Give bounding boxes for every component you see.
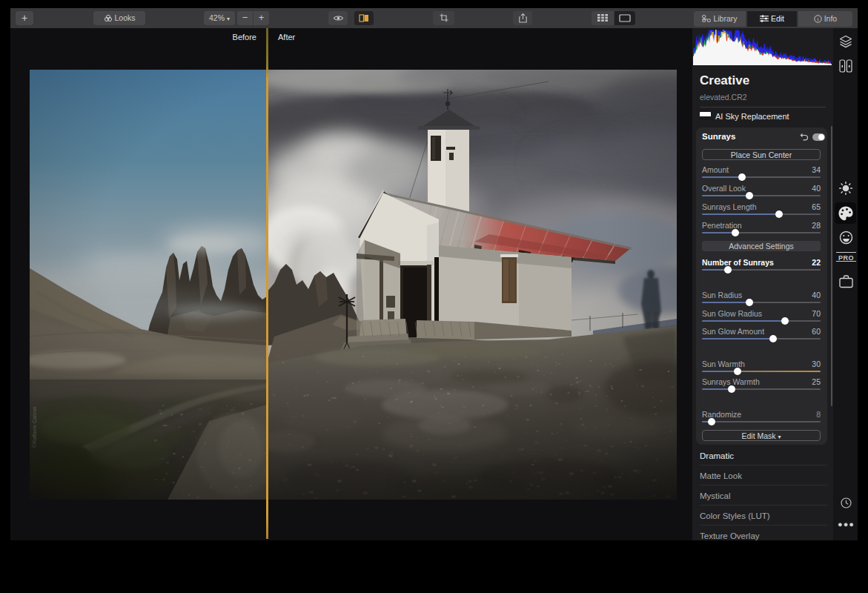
svg-text:i: i	[817, 16, 818, 22]
